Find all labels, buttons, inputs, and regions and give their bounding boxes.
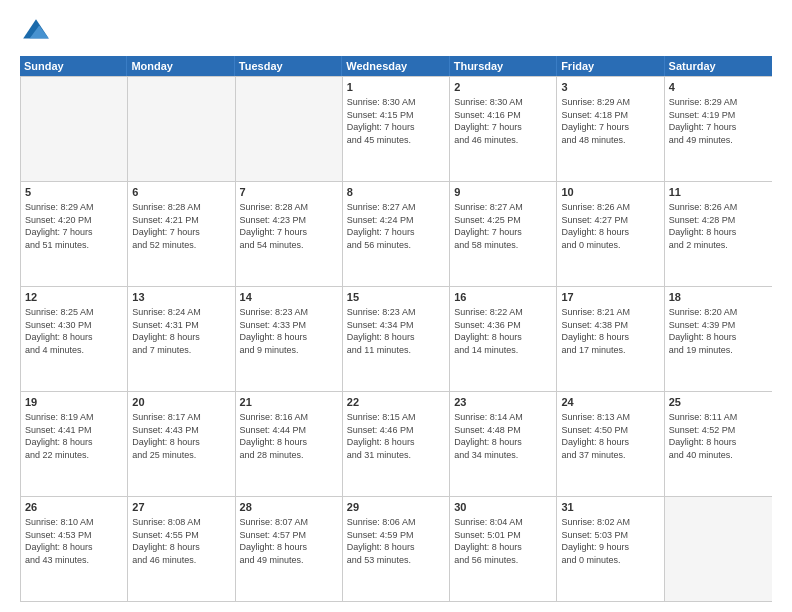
day-number: 26	[25, 500, 123, 515]
calendar-row-0: 1Sunrise: 8:30 AM Sunset: 4:15 PM Daylig…	[21, 76, 772, 181]
cal-cell-6: 6Sunrise: 8:28 AM Sunset: 4:21 PM Daylig…	[128, 182, 235, 286]
day-number: 1	[347, 80, 445, 95]
logo-icon	[20, 16, 52, 48]
day-number: 20	[132, 395, 230, 410]
day-number: 5	[25, 185, 123, 200]
cal-cell-31: 31Sunrise: 8:02 AM Sunset: 5:03 PM Dayli…	[557, 497, 664, 601]
day-number: 3	[561, 80, 659, 95]
day-info: Sunrise: 8:15 AM Sunset: 4:46 PM Dayligh…	[347, 412, 416, 460]
cal-cell-7: 7Sunrise: 8:28 AM Sunset: 4:23 PM Daylig…	[236, 182, 343, 286]
cal-cell-empty-4-6	[665, 497, 772, 601]
cal-cell-19: 19Sunrise: 8:19 AM Sunset: 4:41 PM Dayli…	[21, 392, 128, 496]
cal-cell-30: 30Sunrise: 8:04 AM Sunset: 5:01 PM Dayli…	[450, 497, 557, 601]
cal-cell-14: 14Sunrise: 8:23 AM Sunset: 4:33 PM Dayli…	[236, 287, 343, 391]
cal-cell-8: 8Sunrise: 8:27 AM Sunset: 4:24 PM Daylig…	[343, 182, 450, 286]
day-number: 17	[561, 290, 659, 305]
day-number: 6	[132, 185, 230, 200]
day-info: Sunrise: 8:13 AM Sunset: 4:50 PM Dayligh…	[561, 412, 630, 460]
day-number: 8	[347, 185, 445, 200]
day-info: Sunrise: 8:02 AM Sunset: 5:03 PM Dayligh…	[561, 517, 630, 565]
day-number: 7	[240, 185, 338, 200]
day-info: Sunrise: 8:10 AM Sunset: 4:53 PM Dayligh…	[25, 517, 94, 565]
day-info: Sunrise: 8:19 AM Sunset: 4:41 PM Dayligh…	[25, 412, 94, 460]
day-info: Sunrise: 8:30 AM Sunset: 4:16 PM Dayligh…	[454, 97, 523, 145]
day-number: 19	[25, 395, 123, 410]
header	[20, 16, 772, 48]
day-number: 21	[240, 395, 338, 410]
day-number: 12	[25, 290, 123, 305]
day-info: Sunrise: 8:29 AM Sunset: 4:19 PM Dayligh…	[669, 97, 738, 145]
cal-cell-15: 15Sunrise: 8:23 AM Sunset: 4:34 PM Dayli…	[343, 287, 450, 391]
cal-cell-11: 11Sunrise: 8:26 AM Sunset: 4:28 PM Dayli…	[665, 182, 772, 286]
header-day-tuesday: Tuesday	[235, 56, 342, 76]
day-number: 15	[347, 290, 445, 305]
cal-cell-24: 24Sunrise: 8:13 AM Sunset: 4:50 PM Dayli…	[557, 392, 664, 496]
cal-cell-20: 20Sunrise: 8:17 AM Sunset: 4:43 PM Dayli…	[128, 392, 235, 496]
calendar-row-2: 12Sunrise: 8:25 AM Sunset: 4:30 PM Dayli…	[21, 286, 772, 391]
day-number: 29	[347, 500, 445, 515]
cal-cell-22: 22Sunrise: 8:15 AM Sunset: 4:46 PM Dayli…	[343, 392, 450, 496]
day-number: 2	[454, 80, 552, 95]
day-number: 13	[132, 290, 230, 305]
header-day-thursday: Thursday	[450, 56, 557, 76]
cal-cell-4: 4Sunrise: 8:29 AM Sunset: 4:19 PM Daylig…	[665, 77, 772, 181]
calendar: SundayMondayTuesdayWednesdayThursdayFrid…	[20, 56, 772, 602]
day-number: 30	[454, 500, 552, 515]
day-number: 9	[454, 185, 552, 200]
cal-cell-17: 17Sunrise: 8:21 AM Sunset: 4:38 PM Dayli…	[557, 287, 664, 391]
cal-cell-26: 26Sunrise: 8:10 AM Sunset: 4:53 PM Dayli…	[21, 497, 128, 601]
logo	[20, 16, 56, 48]
day-info: Sunrise: 8:14 AM Sunset: 4:48 PM Dayligh…	[454, 412, 523, 460]
header-day-sunday: Sunday	[20, 56, 127, 76]
day-info: Sunrise: 8:27 AM Sunset: 4:25 PM Dayligh…	[454, 202, 523, 250]
cal-cell-3: 3Sunrise: 8:29 AM Sunset: 4:18 PM Daylig…	[557, 77, 664, 181]
header-day-monday: Monday	[127, 56, 234, 76]
day-number: 25	[669, 395, 768, 410]
calendar-row-1: 5Sunrise: 8:29 AM Sunset: 4:20 PM Daylig…	[21, 181, 772, 286]
day-number: 4	[669, 80, 768, 95]
cal-cell-21: 21Sunrise: 8:16 AM Sunset: 4:44 PM Dayli…	[236, 392, 343, 496]
cal-cell-5: 5Sunrise: 8:29 AM Sunset: 4:20 PM Daylig…	[21, 182, 128, 286]
day-info: Sunrise: 8:20 AM Sunset: 4:39 PM Dayligh…	[669, 307, 738, 355]
cal-cell-12: 12Sunrise: 8:25 AM Sunset: 4:30 PM Dayli…	[21, 287, 128, 391]
cal-cell-empty-0-1	[128, 77, 235, 181]
day-info: Sunrise: 8:30 AM Sunset: 4:15 PM Dayligh…	[347, 97, 416, 145]
day-info: Sunrise: 8:06 AM Sunset: 4:59 PM Dayligh…	[347, 517, 416, 565]
day-info: Sunrise: 8:26 AM Sunset: 4:28 PM Dayligh…	[669, 202, 738, 250]
day-info: Sunrise: 8:07 AM Sunset: 4:57 PM Dayligh…	[240, 517, 309, 565]
header-day-saturday: Saturday	[665, 56, 772, 76]
calendar-header: SundayMondayTuesdayWednesdayThursdayFrid…	[20, 56, 772, 76]
header-day-friday: Friday	[557, 56, 664, 76]
day-info: Sunrise: 8:16 AM Sunset: 4:44 PM Dayligh…	[240, 412, 309, 460]
header-day-wednesday: Wednesday	[342, 56, 449, 76]
cal-cell-16: 16Sunrise: 8:22 AM Sunset: 4:36 PM Dayli…	[450, 287, 557, 391]
calendar-row-3: 19Sunrise: 8:19 AM Sunset: 4:41 PM Dayli…	[21, 391, 772, 496]
day-info: Sunrise: 8:24 AM Sunset: 4:31 PM Dayligh…	[132, 307, 201, 355]
calendar-body: 1Sunrise: 8:30 AM Sunset: 4:15 PM Daylig…	[20, 76, 772, 602]
cal-cell-29: 29Sunrise: 8:06 AM Sunset: 4:59 PM Dayli…	[343, 497, 450, 601]
day-number: 31	[561, 500, 659, 515]
day-number: 14	[240, 290, 338, 305]
cal-cell-23: 23Sunrise: 8:14 AM Sunset: 4:48 PM Dayli…	[450, 392, 557, 496]
cal-cell-empty-0-2	[236, 77, 343, 181]
day-info: Sunrise: 8:28 AM Sunset: 4:23 PM Dayligh…	[240, 202, 309, 250]
day-number: 18	[669, 290, 768, 305]
day-info: Sunrise: 8:11 AM Sunset: 4:52 PM Dayligh…	[669, 412, 738, 460]
day-info: Sunrise: 8:29 AM Sunset: 4:20 PM Dayligh…	[25, 202, 94, 250]
cal-cell-empty-0-0	[21, 77, 128, 181]
day-number: 24	[561, 395, 659, 410]
day-number: 16	[454, 290, 552, 305]
day-info: Sunrise: 8:22 AM Sunset: 4:36 PM Dayligh…	[454, 307, 523, 355]
day-number: 11	[669, 185, 768, 200]
day-info: Sunrise: 8:26 AM Sunset: 4:27 PM Dayligh…	[561, 202, 630, 250]
cal-cell-9: 9Sunrise: 8:27 AM Sunset: 4:25 PM Daylig…	[450, 182, 557, 286]
cal-cell-1: 1Sunrise: 8:30 AM Sunset: 4:15 PM Daylig…	[343, 77, 450, 181]
day-number: 27	[132, 500, 230, 515]
day-info: Sunrise: 8:23 AM Sunset: 4:33 PM Dayligh…	[240, 307, 309, 355]
day-info: Sunrise: 8:29 AM Sunset: 4:18 PM Dayligh…	[561, 97, 630, 145]
day-info: Sunrise: 8:17 AM Sunset: 4:43 PM Dayligh…	[132, 412, 201, 460]
day-info: Sunrise: 8:04 AM Sunset: 5:01 PM Dayligh…	[454, 517, 523, 565]
cal-cell-27: 27Sunrise: 8:08 AM Sunset: 4:55 PM Dayli…	[128, 497, 235, 601]
page: SundayMondayTuesdayWednesdayThursdayFrid…	[0, 0, 792, 612]
cal-cell-13: 13Sunrise: 8:24 AM Sunset: 4:31 PM Dayli…	[128, 287, 235, 391]
